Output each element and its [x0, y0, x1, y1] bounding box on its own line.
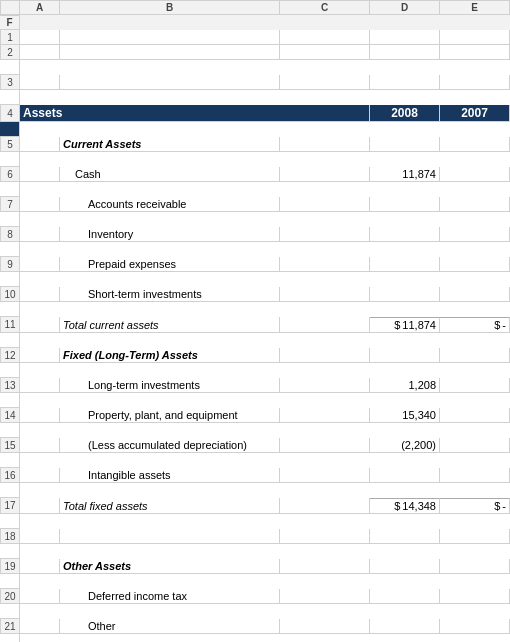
row-21: 21 Other	[0, 619, 510, 642]
accum-depr-label: (Less accumulated depreciation)	[60, 438, 280, 453]
row-5: 5 Current Assets	[0, 137, 510, 167]
tca-value-2007: $ -	[440, 317, 510, 333]
ppe-value: 15,340	[370, 408, 440, 423]
row-13: 13 Long-term investments 1,208	[0, 378, 510, 408]
current-assets-label: Current Assets	[60, 137, 280, 152]
col-b-header: B	[60, 0, 280, 15]
col-a-header: A	[20, 0, 60, 15]
deferred-tax-label: Deferred income tax	[60, 589, 280, 604]
col-f-1	[440, 30, 510, 45]
row-19: 19 Other Assets	[0, 559, 510, 589]
row-8: 8 Inventory	[0, 227, 510, 257]
assets-header: Assets	[20, 105, 370, 122]
date-value	[440, 45, 510, 60]
year-2008: 2008	[370, 105, 440, 122]
intangible-label: Intangible assets	[60, 468, 280, 483]
row-18: 18	[0, 529, 510, 559]
fixed-assets-label: Fixed (Long-Term) Assets	[60, 348, 280, 363]
col-e-header: E	[440, 0, 510, 15]
row-15: 15 (Less accumulated depreciation) (2,20…	[0, 438, 510, 468]
tf-dollar: $	[394, 500, 400, 512]
short-term-inv-label: Short-term investments	[60, 287, 280, 302]
row-20: 20 Deferred income tax	[0, 589, 510, 619]
row-16: 16 Intangible assets	[0, 468, 510, 498]
tca-value: $ 11,874	[370, 317, 440, 333]
row-2: 2	[0, 45, 510, 75]
col-c-1	[280, 30, 370, 45]
ppe-label: Property, plant, and equipment	[60, 408, 280, 423]
tf-val: 14,348	[402, 500, 436, 512]
tf-value: $ 14,348	[370, 498, 440, 514]
lt-inv-value: 1,208	[370, 378, 440, 393]
row-14: 14 Property, plant, and equipment 15,340	[0, 408, 510, 438]
row-10: 10 Short-term investments	[0, 287, 510, 317]
other-assets-other-label: Other	[60, 619, 280, 634]
row-6: 6 Cash 11,874	[0, 167, 510, 197]
spreadsheet: A B C D E F 1 2 3 4 Assets 2008	[0, 0, 510, 642]
corner-cell	[0, 0, 20, 15]
date-label	[370, 45, 440, 60]
tca-val: 11,874	[402, 319, 436, 331]
total-fixed-label: Total fixed assets	[60, 498, 280, 514]
company-name	[60, 30, 280, 45]
row-4: 4 Assets 2008 2007	[0, 105, 510, 137]
tf-value-2007: $ -	[440, 498, 510, 514]
col-a-1	[20, 30, 60, 45]
tca-dollar2: $	[494, 319, 500, 331]
row-17: 17 Total fixed assets $ 14,348 $ -	[0, 498, 510, 529]
row-3: 3	[0, 75, 510, 105]
accum-depr-value: (2,200)	[370, 438, 440, 453]
year-2007: 2007	[440, 105, 510, 122]
balance-sheet-title	[370, 30, 440, 45]
total-current-assets-label: Total current assets	[60, 317, 280, 333]
row-1: 1	[0, 30, 510, 45]
tf-val2: -	[502, 500, 506, 512]
row-11: 11 Total current assets $ 11,874 $ -	[0, 317, 510, 348]
col-d-header: D	[370, 0, 440, 15]
row-7: 7 Accounts receivable	[0, 197, 510, 227]
lt-inv-label: Long-term investments	[60, 378, 280, 393]
tf-dollar2: $	[494, 500, 500, 512]
tca-dollar: $	[394, 319, 400, 331]
prepaid-label: Prepaid expenses	[60, 257, 280, 272]
inventory-label: Inventory	[60, 227, 280, 242]
col-c-header: C	[280, 0, 370, 15]
cash-value: 11,874	[370, 167, 440, 182]
tca-val2: -	[502, 319, 506, 331]
other-assets-label: Other Assets	[60, 559, 280, 574]
col-f-header: F	[0, 15, 20, 30]
cash-label: Cash	[60, 167, 280, 182]
row-12: 12 Fixed (Long-Term) Assets	[0, 348, 510, 378]
accounts-receivable-label: Accounts receivable	[60, 197, 280, 212]
row-9: 9 Prepaid expenses	[0, 257, 510, 287]
col-header-row: A B C D E F	[0, 0, 510, 30]
